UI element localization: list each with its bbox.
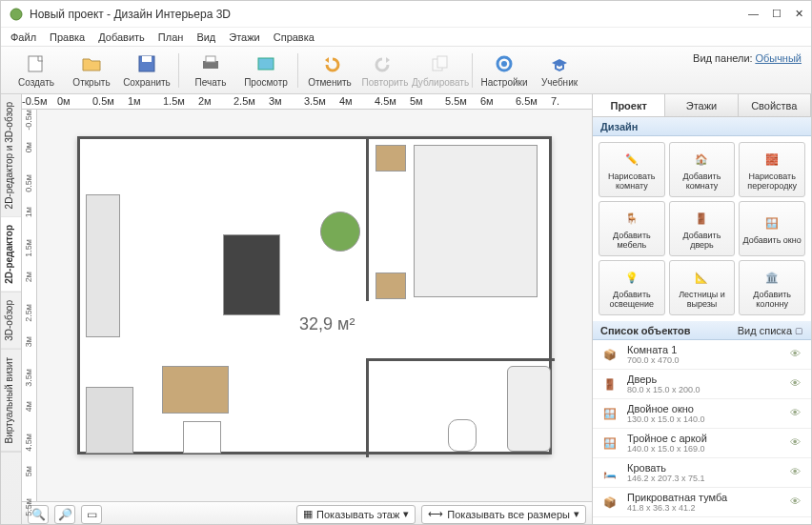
right-panel: Проект Этажи Свойства Дизайн ✏️Нарисоват… [592,94,811,525]
tab-3d[interactable]: 3D-обзор [1,293,21,350]
svg-point-10 [501,61,507,67]
tab-floors[interactable]: Этажи [665,94,738,116]
toilet[interactable] [448,419,477,452]
svg-rect-1 [29,56,42,71]
panel-view-toggle: Вид панели: Обычный [693,52,802,64]
svg-rect-8 [437,56,447,68]
object-item[interactable]: 📦Прикроватная тумба41.8 x 36.3 x 41.2👁 [593,488,811,517]
window-title: Новый проект - Дизайн Интерьера 3D [30,8,748,21]
menu-view[interactable]: Вид [196,31,215,43]
tab-virtual[interactable]: Виртуальный визит [1,350,21,453]
sofa[interactable] [86,194,120,337]
left-tabs: 2D-редактор и 3D-обзор 2D-редактор 3D-об… [1,94,22,525]
tv-stand[interactable] [223,234,280,315]
grid-add_light[interactable]: 💡Добавить освещение [599,260,665,315]
minimize-button[interactable]: — [748,8,759,20]
visibility-icon[interactable]: 👁 [790,495,803,509]
print-button[interactable]: Печать [183,49,238,92]
list-view-toggle[interactable]: Вид списка ▢ [738,325,803,336]
grid-add_door[interactable]: 🚪Добавить дверь [669,201,736,256]
undo-button[interactable]: Отменить [302,49,357,92]
tutorial-button[interactable]: Учебник [532,49,587,92]
object-icon: 🪟 [600,404,619,423]
table[interactable] [162,366,229,414]
menu-floors[interactable]: Этажи [229,31,259,43]
object-item[interactable]: 🪟Тройное с аркой140.0 x 15.0 x 169.0👁 [593,429,811,458]
room-outline[interactable]: 32,9 м² [77,136,552,454]
object-item[interactable]: 🚪Дверь80.0 x 15.0 x 200.0👁 [593,370,811,399]
create-button[interactable]: Создать [9,49,64,92]
settings-button[interactable]: Настройки [477,49,532,92]
menu-edit[interactable]: Правка [50,31,85,43]
object-icon: 🚪 [600,374,619,394]
object-item[interactable]: 🪟Двойное окно130.0 x 15.0 x 140.0👁 [593,399,811,429]
add_furn-icon: 🪑 [620,207,643,230]
svg-rect-6 [258,58,274,70]
tab-project[interactable]: Проект [593,94,665,116]
close-button[interactable]: ✕ [795,8,803,20]
fit-button[interactable]: ▭ [81,505,102,524]
visibility-icon[interactable]: 👁 [790,377,803,391]
visibility-icon[interactable]: 👁 [790,436,803,450]
kitchen-counter[interactable] [86,387,133,454]
grid-draw_room[interactable]: ✏️Нарисовать комнату [599,142,665,197]
tab-2d[interactable]: 2D-редактор [1,217,21,293]
grid-add_col[interactable]: 🏛️Добавить колонну [739,260,805,315]
preview-button[interactable]: Просмотр [238,49,294,92]
visibility-icon[interactable]: 👁 [790,407,803,420]
room-area-label: 32,9 м² [299,314,355,334]
menu-plan[interactable]: План [158,31,184,43]
grid-draw_wall[interactable]: 🧱Нарисовать перегородку [739,142,805,197]
svg-point-0 [10,9,22,20]
save-button[interactable]: Сохранить [119,49,174,92]
object-item[interactable]: 📦Комната 1700.0 x 470.0👁 [593,340,811,370]
toolbar: Создать Открыть Сохранить Печать Просмот… [1,47,811,94]
duplicate-button[interactable]: Дублировать [413,49,468,92]
show-floor-dropdown[interactable]: ▦Показывать этаж▾ [296,505,416,524]
stove[interactable] [183,421,221,454]
visibility-icon[interactable]: 👁 [790,466,803,479]
svg-rect-5 [206,56,215,62]
plant[interactable] [320,212,360,252]
design-section-header: Дизайн [593,117,811,136]
ruler-vertical: -0.5м0м0.5м1м1.5м2м2.5м3м3.5м4м4.5м5м5.5… [22,110,37,501]
menu-add[interactable]: Добавить [98,31,145,43]
draw_wall-icon: 🧱 [761,148,783,171]
objects-section-header: Список объектов Вид списка ▢ [593,321,811,340]
object-icon: 🛏️ [600,463,619,482]
bathtub[interactable] [507,366,551,452]
nightstand-1[interactable] [376,145,406,172]
add_col-icon: 🏛️ [761,266,783,289]
grid-add_furn[interactable]: 🪑Добавить мебель [599,201,665,256]
grid-add_window[interactable]: 🪟Добавить окно [739,201,805,256]
show-sizes-dropdown[interactable]: ⟷Показывать все размеры▾ [421,505,586,524]
visibility-icon[interactable]: 👁 [790,348,803,361]
ruler-horizontal: -0.5м0м0.5м1м1.5м2м2.5м3м3.5м4м4.5м5м5.5… [22,94,592,110]
stairs-icon: 📐 [690,266,713,289]
menu-bar: Файл Правка Добавить План Вид Этажи Спра… [1,28,811,47]
app-icon [9,7,24,22]
object-icon: 🪟 [600,434,619,453]
object-icon: 📦 [600,345,619,364]
floor-plan-canvas[interactable]: 32,9 м² [37,110,592,501]
menu-help[interactable]: Справка [274,31,315,43]
svg-rect-3 [142,56,152,62]
tab-properties[interactable]: Свойства [739,94,811,116]
zoom-out-button[interactable]: 🔎 [54,505,75,524]
object-icon: 📦 [600,493,619,512]
panel-mode-link[interactable]: Обычный [755,52,802,64]
nightstand-2[interactable] [376,273,406,299]
open-button[interactable]: Открыть [64,49,119,92]
add_door-icon: 🚪 [690,207,713,230]
maximize-button[interactable]: ☐ [772,8,782,20]
object-item[interactable]: 🛏️Кровать146.2 x 207.3 x 75.1👁 [593,458,811,488]
add_window-icon: 🪟 [761,212,783,234]
draw_room-icon: ✏️ [620,148,643,171]
bed[interactable] [414,145,538,297]
add_light-icon: 💡 [620,266,643,289]
redo-button[interactable]: Повторить [357,49,413,92]
tab-2d-3d[interactable]: 2D-редактор и 3D-обзор [1,94,21,217]
menu-file[interactable]: Файл [10,31,36,43]
grid-stairs[interactable]: 📐Лестницы и вырезы [669,260,736,315]
grid-add_room[interactable]: 🏠Добавить комнату [669,142,736,197]
